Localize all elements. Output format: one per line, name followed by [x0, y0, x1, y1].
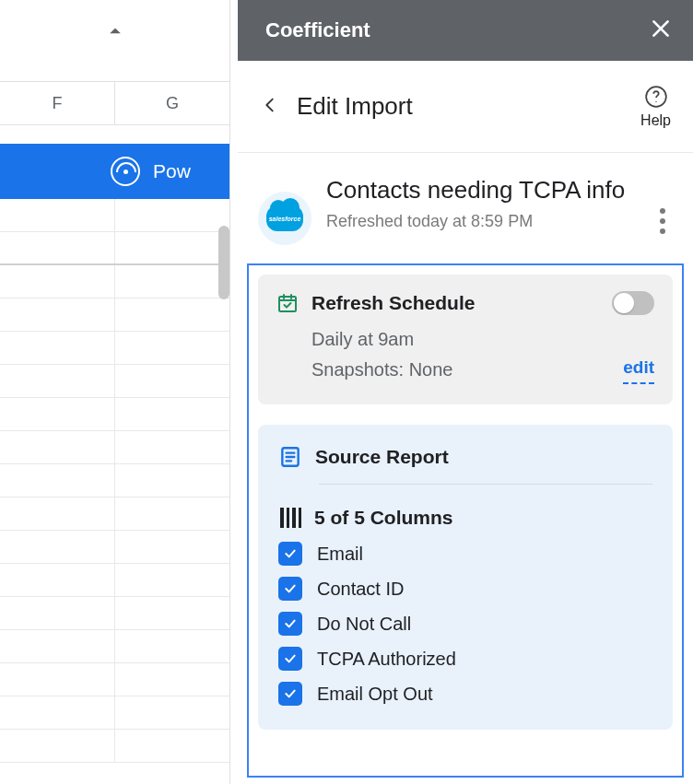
- panel-header: Coefficient: [238, 0, 693, 61]
- svg-rect-2: [279, 297, 296, 311]
- report-icon: [278, 445, 302, 469]
- column-item: TCPA Authorized: [278, 647, 652, 671]
- help-button[interactable]: Help: [640, 85, 671, 129]
- schedule-detail: Daily at 9am: [311, 324, 654, 354]
- column-checkbox-email[interactable]: [278, 542, 302, 566]
- check-icon: [283, 686, 298, 701]
- source-report-card: Source Report 5 of 5 Columns Email Conta…: [258, 425, 673, 730]
- check-icon: [283, 581, 298, 596]
- check-icon: [283, 616, 298, 631]
- chevron-left-icon: [260, 95, 280, 115]
- column-label: Do Not Call: [317, 614, 411, 635]
- subheader: Edit Import Help: [238, 61, 693, 153]
- schedule-title: Refresh Schedule: [311, 292, 599, 314]
- page-title: Edit Import: [297, 92, 624, 121]
- help-label: Help: [640, 112, 671, 129]
- coefficient-logo-icon: [111, 157, 140, 186]
- divider: [319, 484, 652, 485]
- chevron-up-icon: [102, 18, 128, 44]
- more-options-button[interactable]: [652, 201, 673, 241]
- column-label: TCPA Authorized: [317, 649, 456, 670]
- schedule-snapshots: Snapshots: None: [311, 355, 452, 384]
- calendar-check-icon: [276, 292, 299, 314]
- kebab-dot-icon: [660, 228, 665, 234]
- column-checkbox-email-opt-out[interactable]: [278, 682, 302, 706]
- column-header-f[interactable]: F: [0, 82, 115, 124]
- source-report-title: Source Report: [315, 446, 449, 468]
- edit-schedule-link[interactable]: edit: [623, 354, 654, 384]
- banner-text: Pow: [153, 160, 191, 182]
- salesforce-icon: salesforce: [266, 205, 303, 231]
- column-item: Contact ID: [278, 577, 652, 601]
- column-list: Email Contact ID Do Not Call TCPA Author…: [278, 542, 652, 706]
- report-refreshed: Refreshed today at 8:59 PM: [326, 212, 638, 231]
- collapse-toolbar-button[interactable]: [0, 0, 229, 63]
- sidebar-panel: Coefficient Edit Import Help salesforce …: [238, 0, 693, 784]
- close-icon: [649, 17, 673, 41]
- kebab-dot-icon: [660, 208, 665, 214]
- column-label: Email Opt Out: [317, 684, 433, 705]
- report-header: salesforce Contacts needing TCPA info Re…: [238, 170, 693, 260]
- spreadsheet-grid[interactable]: [0, 199, 229, 784]
- column-checkbox-tcpa-authorized[interactable]: [278, 647, 302, 671]
- refresh-schedule-card: Refresh Schedule Daily at 9am Snapshots:…: [258, 275, 673, 404]
- back-button[interactable]: [260, 95, 280, 119]
- report-title: Contacts needing TCPA info: [326, 175, 638, 206]
- column-item: Do Not Call: [278, 612, 652, 636]
- column-header-g[interactable]: G: [115, 82, 229, 124]
- column-item: Email Opt Out: [278, 682, 652, 706]
- kebab-dot-icon: [660, 218, 665, 224]
- column-item: Email: [278, 542, 652, 566]
- coefficient-banner: Pow: [0, 144, 229, 199]
- columns-summary: 5 of 5 Columns: [314, 507, 453, 529]
- schedule-toggle[interactable]: [612, 291, 654, 315]
- column-headers: F G: [0, 81, 229, 125]
- close-button[interactable]: [649, 17, 673, 44]
- spreadsheet-area: F G Pow: [0, 0, 230, 784]
- column-label: Contact ID: [317, 579, 404, 600]
- vertical-scrollbar[interactable]: [218, 226, 229, 299]
- check-icon: [283, 546, 298, 561]
- columns-header: 5 of 5 Columns: [278, 507, 652, 529]
- help-icon: [644, 85, 668, 109]
- panel-body: salesforce Contacts needing TCPA info Re…: [238, 153, 693, 784]
- app-name: Coefficient: [265, 18, 649, 42]
- column-label: Email: [317, 544, 363, 565]
- column-checkbox-do-not-call[interactable]: [278, 612, 302, 636]
- connector-badge: salesforce: [258, 192, 311, 245]
- svg-point-1: [655, 100, 656, 101]
- settings-highlight: Refresh Schedule Daily at 9am Snapshots:…: [247, 263, 684, 778]
- column-checkbox-contact-id[interactable]: [278, 577, 302, 601]
- columns-icon: [278, 508, 301, 528]
- check-icon: [283, 651, 298, 666]
